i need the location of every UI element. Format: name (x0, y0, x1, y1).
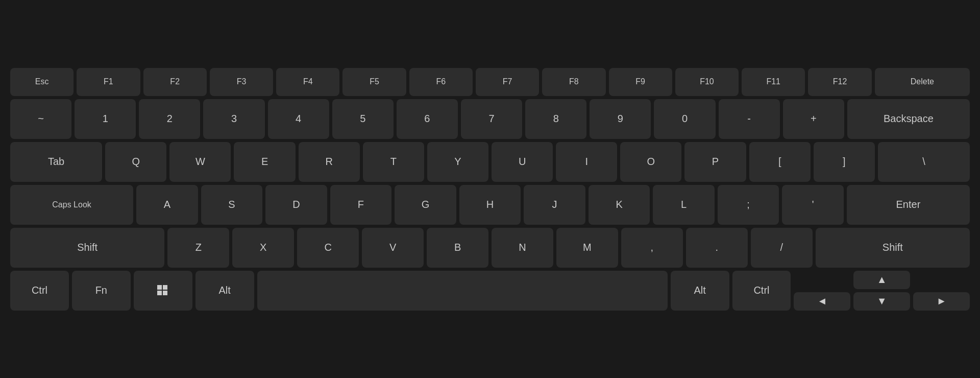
key-2[interactable]: 2 (139, 99, 200, 139)
key-arrow-left[interactable]: ◄ (794, 292, 850, 311)
key-r[interactable]: R (299, 142, 360, 182)
key-l[interactable]: L (653, 185, 715, 225)
key-f1[interactable]: F1 (77, 68, 140, 96)
key-f3[interactable]: F3 (210, 68, 273, 96)
key-3[interactable]: 3 (203, 99, 264, 139)
key-backspace[interactable]: Backspace (847, 99, 970, 139)
caps-row: Caps Look A S D F G H J K L ; ' Enter (10, 185, 970, 225)
key-ralt[interactable]: Alt (671, 271, 729, 311)
svg-rect-3 (163, 291, 167, 295)
key-7[interactable]: 7 (461, 99, 522, 139)
key-f[interactable]: F (330, 185, 392, 225)
arrow-cluster: ▲ ◄ ▼ ► (794, 271, 970, 311)
key-caps-lock[interactable]: Caps Look (10, 185, 133, 225)
key-slash[interactable]: / (751, 228, 813, 268)
num-row: ~ 1 2 3 4 5 6 7 8 9 0 - + Backspace (10, 99, 970, 139)
key-rbracket[interactable]: ] (814, 142, 875, 182)
key-tab[interactable]: Tab (10, 142, 102, 182)
key-lalt[interactable]: Alt (195, 271, 254, 311)
key-o[interactable]: O (620, 142, 681, 182)
keyboard: Esc F1 F2 F3 F4 F5 F6 F7 F8 F9 F10 F11 F… (10, 68, 970, 311)
key-f11[interactable]: F11 (742, 68, 805, 96)
key-minus[interactable]: - (719, 99, 780, 139)
key-i[interactable]: I (556, 142, 617, 182)
windows-icon (157, 285, 168, 296)
key-x[interactable]: X (232, 228, 294, 268)
key-z[interactable]: Z (167, 228, 229, 268)
key-tilde[interactable]: ~ (10, 99, 71, 139)
key-comma[interactable]: , (621, 228, 683, 268)
key-f5[interactable]: F5 (342, 68, 406, 96)
key-5[interactable]: 5 (332, 99, 394, 139)
key-h[interactable]: H (459, 185, 521, 225)
key-b[interactable]: B (427, 228, 488, 268)
key-g[interactable]: G (395, 185, 456, 225)
key-e[interactable]: E (234, 142, 295, 182)
key-u[interactable]: U (492, 142, 553, 182)
key-j[interactable]: J (524, 185, 585, 225)
key-f7[interactable]: F7 (476, 68, 539, 96)
key-t[interactable]: T (363, 142, 424, 182)
shift-row: Shift Z X C V B N M , . / Shift (10, 228, 970, 268)
key-f2[interactable]: F2 (143, 68, 207, 96)
key-k[interactable]: K (589, 185, 650, 225)
key-lshift[interactable]: Shift (10, 228, 164, 268)
svg-rect-1 (163, 285, 167, 290)
key-f4[interactable]: F4 (276, 68, 339, 96)
key-v[interactable]: V (362, 228, 424, 268)
key-backslash[interactable]: \ (878, 142, 970, 182)
key-arrow-down[interactable]: ▼ (853, 292, 910, 311)
key-lbracket[interactable]: [ (749, 142, 811, 182)
key-lctrl[interactable]: Ctrl (10, 271, 69, 311)
key-c[interactable]: C (297, 228, 359, 268)
key-w[interactable]: W (169, 142, 231, 182)
svg-rect-2 (157, 291, 162, 295)
key-y[interactable]: Y (427, 142, 488, 182)
key-arrow-up[interactable]: ▲ (853, 271, 910, 289)
key-8[interactable]: 8 (525, 99, 586, 139)
bottom-row: Ctrl Fn Alt Alt Ctrl ▲ ◄ ▼ ► (10, 271, 970, 311)
key-arrow-right[interactable]: ► (913, 292, 970, 311)
key-n[interactable]: N (492, 228, 553, 268)
key-esc[interactable]: Esc (10, 68, 74, 96)
key-6[interactable]: 6 (397, 99, 458, 139)
key-d[interactable]: D (265, 185, 327, 225)
key-fn[interactable]: Fn (72, 271, 131, 311)
key-a[interactable]: A (136, 185, 198, 225)
key-f6[interactable]: F6 (409, 68, 473, 96)
key-semicolon[interactable]: ; (718, 185, 779, 225)
key-f10[interactable]: F10 (675, 68, 739, 96)
key-win[interactable] (134, 271, 192, 311)
key-f8[interactable]: F8 (542, 68, 605, 96)
key-delete[interactable]: Delete (875, 68, 970, 96)
key-space[interactable] (257, 271, 668, 311)
key-rctrl[interactable]: Ctrl (732, 271, 791, 311)
key-enter[interactable]: Enter (847, 185, 970, 225)
key-f12[interactable]: F12 (808, 68, 871, 96)
key-rshift[interactable]: Shift (816, 228, 970, 268)
key-0[interactable]: 0 (654, 99, 715, 139)
fn-row: Esc F1 F2 F3 F4 F5 F6 F7 F8 F9 F10 F11 F… (10, 68, 970, 96)
key-plus[interactable]: + (783, 99, 844, 139)
key-f9[interactable]: F9 (609, 68, 672, 96)
key-1[interactable]: 1 (75, 99, 136, 139)
qwerty-row: Tab Q W E R T Y U I O P [ ] \ (10, 142, 970, 182)
key-p[interactable]: P (684, 142, 746, 182)
svg-rect-0 (157, 285, 162, 290)
key-4[interactable]: 4 (268, 99, 329, 139)
key-s[interactable]: S (201, 185, 263, 225)
key-quote[interactable]: ' (782, 185, 844, 225)
key-period[interactable]: . (686, 228, 748, 268)
key-q[interactable]: Q (105, 142, 166, 182)
key-9[interactable]: 9 (590, 99, 651, 139)
key-m[interactable]: M (556, 228, 618, 268)
